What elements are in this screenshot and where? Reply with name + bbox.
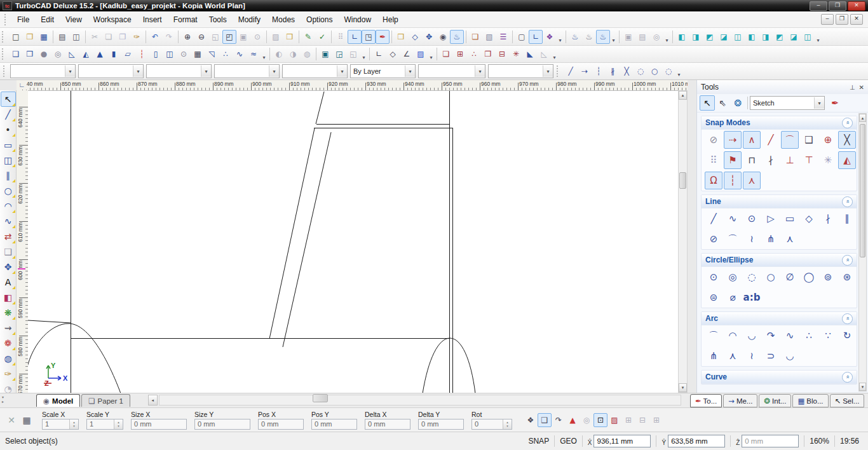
- hatch-region-icon[interactable]: ▨: [414, 47, 428, 61]
- spline-3d-icon[interactable]: ∿: [233, 47, 247, 61]
- menu-workspace[interactable]: Workspace: [88, 13, 137, 27]
- toolbar-overflow-button[interactable]: ▾: [815, 31, 822, 43]
- polyline-3d-icon[interactable]: ∴: [219, 47, 233, 61]
- new-icon[interactable]: □: [9, 30, 23, 44]
- view-cube-back-icon[interactable]: ◨: [689, 30, 703, 44]
- snap-grid-toggle-icon[interactable]: ⠿: [334, 30, 348, 44]
- ellipse-rotated-icon[interactable]: ⌀: [724, 289, 742, 306]
- panel-tab-measure[interactable]: ⇝Me...: [723, 394, 757, 407]
- section-header[interactable]: Arc»: [702, 312, 857, 325]
- snap-facet-icon[interactable]: ◭: [838, 151, 856, 169]
- field-input[interactable]: 1▴▾: [86, 419, 123, 430]
- snap-face-icon[interactable]: ❑: [800, 131, 818, 149]
- assemble-icon[interactable]: ✥: [1, 259, 16, 275]
- palette-colors-icon[interactable]: ☰: [496, 30, 510, 44]
- mesh-icon[interactable]: ▦: [191, 47, 205, 61]
- print-preview-icon[interactable]: ◫: [69, 30, 83, 44]
- title-bar[interactable]: tc TurboCAD Deluxe 15.2 - [Kadłub_easy_p…: [0, 0, 868, 11]
- rotated-box-icon[interactable]: ❒: [23, 47, 37, 61]
- tab-paper-1[interactable]: ❏Paper 1: [81, 394, 130, 407]
- pin-icon[interactable]: ⊥: [850, 84, 855, 91]
- measure-icon[interactable]: ⇝: [1, 320, 16, 336]
- scroll-up-button[interactable]: ▴: [679, 91, 687, 100]
- box-3d-icon[interactable]: ❑: [1, 244, 16, 259]
- combo-arrow-icon[interactable]: ▾: [814, 97, 824, 109]
- arc-1-3-2-icon[interactable]: ∵: [819, 327, 837, 344]
- double-rectangle-icon[interactable]: ◫: [1, 153, 16, 168]
- browse-palette-icon[interactable]: ❒: [283, 30, 297, 44]
- arc-complement-icon[interactable]: ↻: [838, 327, 856, 344]
- drawing-canvas[interactable]: YXZ: [28, 90, 678, 393]
- field-input[interactable]: 0 mm: [194, 419, 250, 430]
- field-input[interactable]: 0 mm: [131, 419, 187, 430]
- panel-tab-blocks[interactable]: ▦Blo...: [792, 394, 828, 407]
- vertical-scroll-thumb[interactable]: [679, 172, 686, 189]
- circle-2-point-icon[interactable]: ◯: [800, 268, 818, 286]
- helix-3d-icon[interactable]: ≈: [247, 47, 261, 61]
- facet-icon[interactable]: ◹: [205, 47, 219, 61]
- combo-arrow-icon[interactable]: ▾: [337, 65, 347, 77]
- sweep-icon[interactable]: ◍: [300, 47, 314, 61]
- copy-mirror-icon[interactable]: ❐: [481, 47, 495, 61]
- view-cube-iso-sw-icon[interactable]: ◫: [801, 30, 815, 44]
- export-view-icon[interactable]: ❒: [394, 30, 408, 44]
- panel-workspace-globe-icon[interactable]: ❂: [730, 95, 745, 111]
- render-icon[interactable]: ♨: [450, 30, 464, 44]
- extrude-line-icon[interactable]: ┆: [135, 47, 149, 61]
- paste-icon[interactable]: ❐: [116, 30, 130, 44]
- menu-format[interactable]: Format: [168, 13, 203, 27]
- snap-toggle-icon[interactable]: ❋: [1, 305, 16, 320]
- snap-midpoint-icon[interactable]: ⊤: [800, 151, 818, 169]
- section-header[interactable]: Snap Modes»: [702, 116, 857, 130]
- array-linear-icon[interactable]: ⊟: [495, 47, 509, 61]
- wedge-icon[interactable]: ◺: [65, 47, 79, 61]
- x-coordinate-field[interactable]: 936,11 mm: [593, 435, 651, 447]
- field-input[interactable]: 0 mm: [311, 419, 357, 430]
- combo-arrow-icon[interactable]: ▾: [475, 65, 485, 77]
- edit-direction-icon[interactable]: ⇢: [578, 64, 592, 78]
- minimize-button[interactable]: –: [810, 1, 827, 11]
- shrink-frame-icon[interactable]: ⊟: [635, 413, 649, 427]
- ungroup-select-icon[interactable]: ▤: [635, 30, 649, 44]
- arc-1-2-3-icon[interactable]: ∴: [800, 327, 818, 344]
- view-cube-iso-se-icon[interactable]: ◪: [787, 30, 801, 44]
- multiline-icon[interactable]: ∥: [1, 168, 16, 183]
- boolean-union-icon[interactable]: ▣: [318, 47, 332, 61]
- array-radial-icon[interactable]: ✳: [509, 47, 523, 61]
- line-tangent-from-arc-icon[interactable]: ⌒: [724, 230, 742, 248]
- extract-mode-icon[interactable]: ◎: [580, 413, 593, 427]
- toolbar-overflow-button[interactable]: ▾: [557, 31, 564, 43]
- circle-tangent-line-icon[interactable]: ∅: [781, 268, 799, 286]
- print-icon[interactable]: ▤: [55, 30, 69, 44]
- view-cube-front-icon[interactable]: ◧: [675, 30, 689, 44]
- tab-scroll-left-button[interactable]: ◂: [148, 395, 158, 406]
- cut-icon[interactable]: ✂: [88, 30, 102, 44]
- line-icon[interactable]: ╱: [1, 107, 16, 122]
- line-rotated-rectangle-icon[interactable]: ◇: [800, 210, 818, 228]
- menu-window[interactable]: Window: [338, 13, 377, 27]
- redo-icon[interactable]: ↷: [162, 30, 176, 44]
- ellipse-fixed-ratio-icon[interactable]: a:b: [743, 289, 761, 306]
- menu-help[interactable]: Help: [377, 13, 404, 27]
- field-input[interactable]: 0 mm: [418, 419, 464, 430]
- snap-ortho-node-icon[interactable]: ┆: [724, 172, 742, 189]
- edit-vertical-icon[interactable]: ┆: [592, 64, 606, 78]
- toolbar-drag-handle[interactable]: [557, 65, 561, 77]
- geo-indicator[interactable]: GEO: [560, 437, 577, 446]
- snap-radial-icon[interactable]: ✳: [819, 151, 837, 169]
- spell-check-icon[interactable]: ✓: [315, 30, 329, 44]
- edit-ellipse-nodes-icon[interactable]: ◌: [661, 64, 675, 78]
- field-input[interactable]: 1▴▾: [42, 419, 79, 430]
- disc-icon[interactable]: ⊙: [177, 47, 191, 61]
- view-cube-left-icon[interactable]: ◩: [703, 30, 717, 44]
- select-3d-mode-icon[interactable]: ❑: [538, 413, 552, 427]
- spinner-buttons[interactable]: ▴▾: [503, 419, 512, 429]
- property-combo-8[interactable]: ▾: [488, 64, 553, 78]
- help-book-icon[interactable]: ❖: [543, 30, 557, 44]
- toolbar-overflow-button[interactable]: ▾: [675, 65, 682, 78]
- scroll-down-button[interactable]: ▾: [679, 383, 687, 392]
- spinner-buttons[interactable]: ▴▾: [114, 419, 123, 429]
- arc-center-radius-icon[interactable]: ⌒: [705, 327, 722, 344]
- menu-view[interactable]: View: [60, 13, 88, 27]
- snap-coordinate-icon[interactable]: ⇢: [724, 131, 742, 149]
